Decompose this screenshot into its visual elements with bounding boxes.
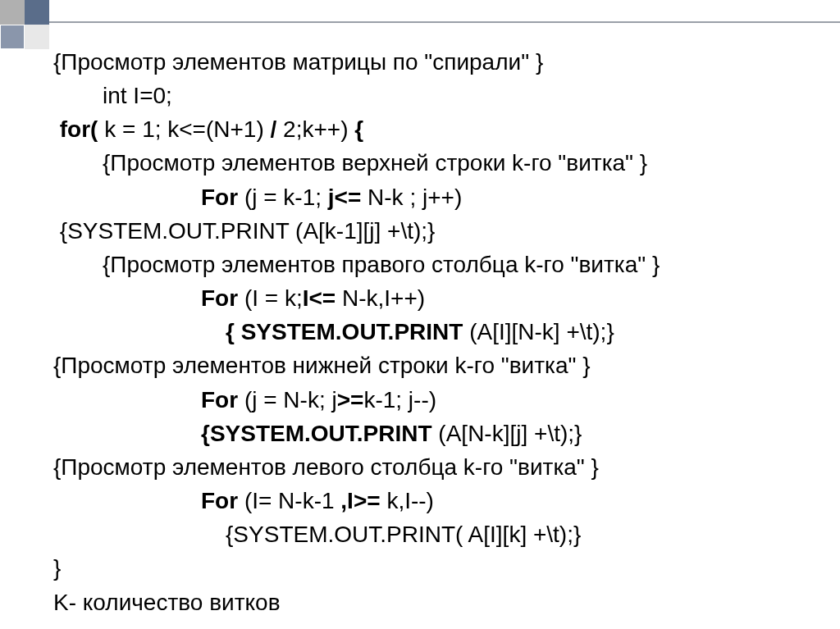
code-line: For (I= N-k-1 ,I>= k,I--)	[53, 484, 807, 517]
code-text: (j = N-k; j	[238, 387, 337, 412]
code-line: K- количество витков	[53, 586, 807, 619]
code-line: For (j = k-1; j<= N-k ; j++)	[53, 180, 807, 214]
deco-square	[0, 25, 25, 49]
top-border-line	[49, 21, 840, 23]
kw-for: For	[201, 488, 238, 513]
brace-open: {	[226, 319, 235, 344]
code-line: {Просмотр элементов верхней строки k-го …	[53, 146, 807, 180]
code-line: }	[53, 551, 807, 585]
code-line: {SYSTEM.OUT.PRINT (A[N-k][j] +\t);}	[53, 417, 807, 450]
slide-content: {Просмотр элементов матрицы по "спирали"…	[53, 45, 807, 619]
code-text: N-k,I++)	[336, 285, 425, 311]
deco-square	[25, 25, 49, 49]
code-line: {Просмотр элементов правого столбца k-го…	[53, 248, 807, 281]
code-line: {Просмотр элементов матрицы по "спирали"…	[53, 45, 807, 79]
code-text: 2;k++)	[276, 116, 354, 142]
corner-decoration	[0, 0, 74, 49]
deco-square	[0, 0, 25, 25]
deco-square	[25, 0, 49, 25]
code-text: (A[N-k][j] +\t);}	[432, 421, 582, 446]
code-text: (I = k;	[238, 285, 303, 311]
code-line: {Просмотр элементов нижней строки k-го "…	[53, 349, 807, 382]
code-text: k = 1; k<=	[98, 116, 206, 142]
code-line: For (j = N-k; j>=k-1; j--)	[53, 383, 807, 417]
code-text: k,I--)	[381, 488, 434, 513]
sysout-call: {SYSTEM.OUT.PRINT	[201, 421, 432, 446]
code-line: {SYSTEM.OUT.PRINT( A[I][k] +\t);}	[53, 517, 807, 551]
code-text: (I= N-k-1	[238, 488, 340, 513]
kw-for: For	[201, 185, 238, 210]
op-gte: ,I>=	[340, 488, 380, 513]
brace-open: {	[354, 116, 363, 142]
sysout-call: SYSTEM.OUT.PRINT	[235, 319, 463, 344]
code-text: (j = k-1;	[238, 185, 328, 210]
code-text: (N+1)	[206, 116, 271, 142]
op-lte: I<=	[303, 285, 336, 311]
code-text: N-k ; j++)	[361, 185, 462, 210]
kw-for: For	[201, 387, 238, 412]
code-line: {SYSTEM.OUT.PRINT (A[k-1][j] +\t);}	[53, 214, 807, 248]
code-text: k-1; j--)	[363, 387, 436, 412]
kw-for: for(	[53, 116, 98, 142]
op-lte: j<=	[328, 185, 361, 210]
code-line: { SYSTEM.OUT.PRINT (A[I][N-k] +\t);}	[53, 315, 807, 349]
code-text: (A[I][N-k] +\t);}	[463, 319, 614, 344]
op-gte: >=	[337, 387, 364, 412]
code-line: {Просмотр элементов левого столбца k-го …	[53, 450, 807, 484]
code-line: For (I = k;I<= N-k,I++)	[53, 281, 807, 315]
kw-for: For	[201, 285, 238, 311]
code-line: int І=0;	[53, 79, 807, 112]
code-line: for( k = 1; k<=(N+1) / 2;k++) {	[53, 112, 807, 146]
